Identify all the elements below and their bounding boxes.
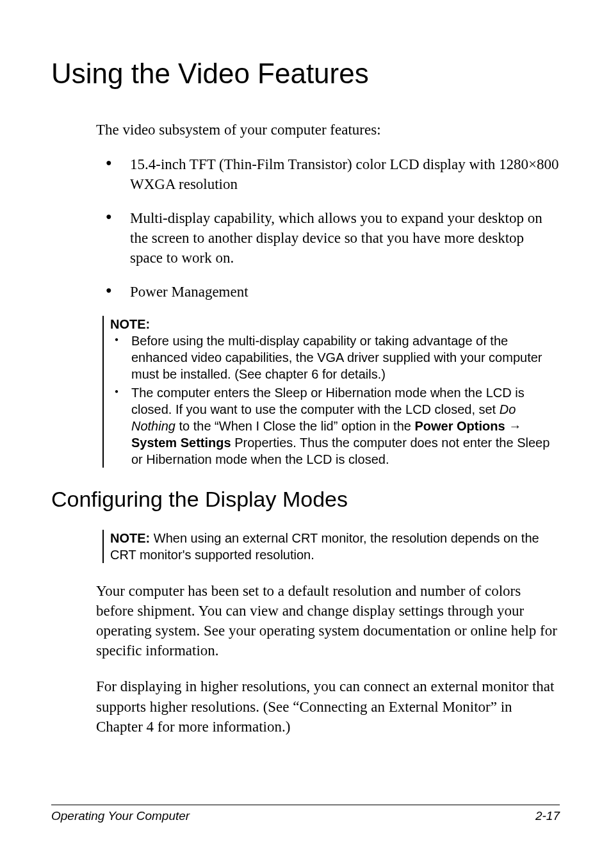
list-item: Power Management bbox=[106, 282, 560, 302]
page-title: Using the Video Features bbox=[51, 58, 560, 90]
footer-left: Operating Your Computer bbox=[51, 809, 190, 823]
page-footer: Operating Your Computer 2-17 bbox=[51, 805, 560, 823]
list-item: 15.4-inch TFT (Thin-Film Transistor) col… bbox=[106, 154, 560, 194]
note-list: Before using the multi-display capabilit… bbox=[113, 332, 560, 468]
footer-right: 2-17 bbox=[535, 809, 560, 823]
note-text: The computer enters the Sleep or Hiberna… bbox=[131, 386, 525, 416]
list-item: Before using the multi-display capabilit… bbox=[113, 332, 560, 382]
section-heading: Configuring the Display Modes bbox=[51, 487, 560, 512]
note-label: NOTE: bbox=[110, 316, 560, 332]
list-item: Multi-display capability, which allows y… bbox=[106, 208, 560, 268]
body-paragraph: Your computer has been set to a default … bbox=[96, 581, 560, 660]
note-bold: Power Options bbox=[414, 419, 505, 433]
note-block: NOTE: When using an external CRT monitor… bbox=[102, 530, 560, 563]
note-text: When using an external CRT monitor, the … bbox=[110, 531, 539, 562]
intro-text: The video subsystem of your computer fea… bbox=[96, 122, 560, 138]
arrow-icon: → bbox=[505, 419, 522, 433]
list-item: The computer enters the Sleep or Hiberna… bbox=[113, 384, 560, 468]
note-text: to the “When I Close the lid” option in … bbox=[175, 419, 415, 433]
note-block: NOTE: Before using the multi-display cap… bbox=[102, 316, 560, 468]
body-paragraph: For displaying in higher resolutions, yo… bbox=[96, 676, 560, 736]
note-bold: System Settings bbox=[131, 436, 231, 450]
note-label: NOTE: bbox=[110, 531, 150, 545]
feature-list: 15.4-inch TFT (Thin-Film Transistor) col… bbox=[106, 154, 560, 302]
